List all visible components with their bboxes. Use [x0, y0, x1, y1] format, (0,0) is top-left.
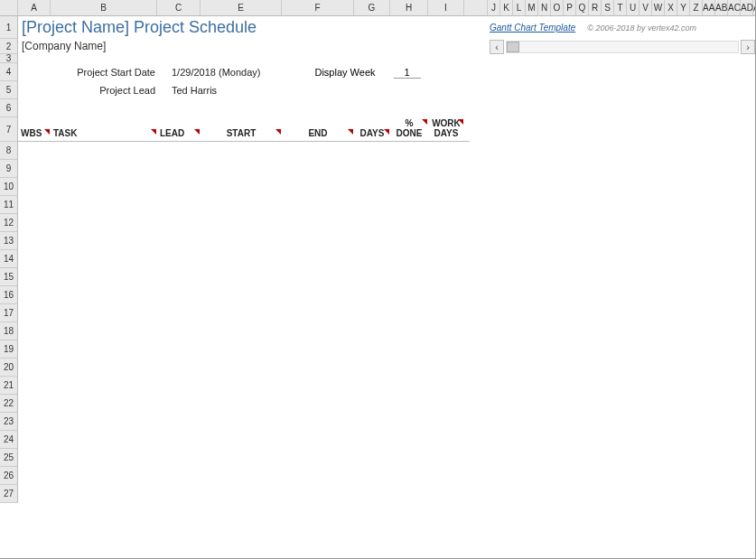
comment-icon — [151, 129, 156, 135]
hdr-end: END — [282, 128, 354, 141]
comment-icon — [194, 129, 200, 135]
page-title: [Project Name] Project Schedule — [18, 16, 470, 39]
copyright: © 2006-2018 by vertex42.com — [587, 23, 696, 33]
comment-icon — [422, 119, 427, 125]
lead-value[interactable]: Ted Harris — [163, 85, 217, 96]
comment-icon — [384, 129, 389, 135]
column-headers: ABCEFGHIJKLMNOPQRSTUVWXYZAAABACADAE — [0, 0, 755, 16]
start-date-value[interactable]: 1/29/2018 (Monday) — [163, 67, 260, 78]
comment-icon — [348, 129, 353, 135]
comment-icon — [275, 129, 281, 135]
display-week-value[interactable]: 1 — [394, 67, 421, 79]
template-link[interactable]: Gantt Chart Template — [490, 23, 575, 33]
scroll-right-button[interactable]: › — [741, 40, 755, 54]
scroll-left-button[interactable]: ‹ — [490, 40, 504, 54]
scroll-track[interactable] — [506, 41, 739, 53]
display-week-label: Display Week — [314, 67, 375, 78]
hdr-start: START — [201, 128, 282, 141]
company-name[interactable]: [Company Name] — [18, 39, 470, 54]
hdr-task: TASK — [51, 128, 157, 141]
gantt-scrollbar[interactable]: ‹ › — [490, 40, 755, 54]
hdr-wbs: WBS — [18, 128, 51, 141]
comment-icon — [44, 129, 50, 135]
scroll-thumb[interactable] — [507, 42, 519, 52]
lead-label: Project Lead — [18, 85, 163, 96]
hdr-lead: LEAD — [157, 128, 201, 141]
row-headers: 1234567891011121314151617181920212223242… — [0, 16, 18, 503]
start-date-label: Project Start Date — [18, 67, 163, 78]
hdr-work: WORK DAYS — [428, 118, 464, 141]
hdr-days: DAYS — [354, 128, 390, 141]
comment-icon — [458, 119, 463, 125]
grid-header-row: WBS TASK LEAD START END DAYS % DONE WORK… — [18, 117, 470, 142]
hdr-done: % DONE — [390, 118, 428, 141]
